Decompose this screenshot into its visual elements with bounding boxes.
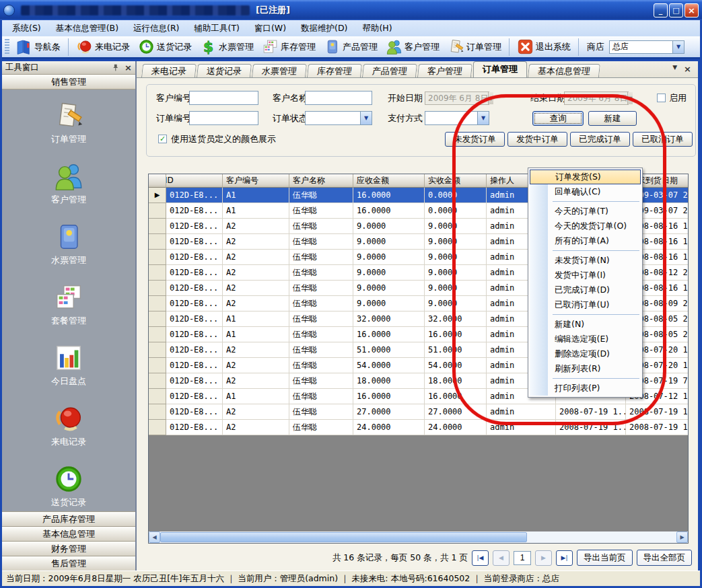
context-menu-item[interactable]: 打印列表(P)	[530, 381, 641, 396]
tab-close-icon[interactable]: ×	[684, 64, 691, 74]
sidebar-item[interactable]: 套餐管理	[2, 277, 135, 337]
tab[interactable]: 客户管理	[417, 64, 472, 77]
context-menu-item[interactable]: 订单发货(S)	[530, 170, 641, 184]
cell-customer-no: A2	[223, 358, 289, 373]
export-current-button[interactable]: 导出当前页	[577, 550, 633, 566]
context-menu-item[interactable]: 回单确认(C)	[530, 184, 641, 199]
context-menu-item[interactable]: 新建(N)	[530, 317, 641, 332]
status-filter-button[interactable]: 已取消订单	[633, 132, 693, 147]
scroll-thumb[interactable]	[160, 532, 527, 542]
prev-page-button[interactable]: ◀	[493, 550, 510, 566]
exit-toolbar-button[interactable]: 退出系统	[514, 37, 574, 57]
context-menu-item[interactable]	[530, 199, 641, 204]
context-menu-item[interactable]: 今天的订单(T)	[530, 204, 641, 219]
sidebar-bottom-section[interactable]: 财务管理	[2, 541, 135, 556]
tab[interactable]: 水票管理	[252, 64, 307, 77]
sidebar-item[interactable]: 来电记录	[2, 398, 135, 458]
sidebar-item[interactable]: 订单管理	[2, 95, 135, 155]
export-all-button[interactable]: 导出全部页	[637, 550, 693, 566]
scroll-left-button[interactable]: ◀	[149, 531, 160, 543]
menu-item[interactable]: 辅助工具(T)	[187, 20, 247, 36]
last-page-button[interactable]: ▶|	[556, 550, 573, 566]
context-menu-item[interactable]: 编辑选定项(E)	[530, 332, 641, 346]
pin-icon[interactable]	[111, 63, 120, 72]
status-filter-button[interactable]: 未发货订单	[445, 132, 505, 147]
context-menu-item[interactable]: 发货中订单(I)	[530, 268, 641, 283]
toolbar-button[interactable]: 水票管理	[197, 37, 257, 57]
close-button[interactable]: ×	[685, 3, 699, 17]
tab[interactable]: 库存管理	[307, 64, 362, 77]
row-selector-cell	[149, 373, 166, 389]
shop-combobox[interactable]: 总店 ▼	[609, 40, 685, 54]
start-date-picker[interactable]: 2009年 6月 8日 ▼	[425, 91, 489, 105]
nav-toolbar-button[interactable]: 导航条	[12, 37, 64, 57]
tool-window-close-icon[interactable]: ×	[125, 63, 132, 73]
toolbar-button[interactable]: 来电记录	[73, 37, 133, 57]
tab[interactable]: 产品管理	[362, 64, 417, 77]
page-input[interactable]	[514, 551, 531, 565]
table-row[interactable]: 012D-E8... A2 伍华聪 24.0000 24.0000 admin …	[149, 420, 688, 435]
toolbar-button[interactable]: 产品管理	[320, 37, 381, 57]
menu-item[interactable]: 基本信息管理(B)	[48, 20, 126, 36]
context-menu-item[interactable]	[530, 376, 641, 381]
toolbar-drag-handle[interactable]	[5, 39, 9, 55]
header-cell-received[interactable]: 实收金额	[425, 174, 487, 188]
next-page-button[interactable]: ▶	[535, 550, 552, 566]
menu-item[interactable]: 数据维护(D)	[293, 20, 355, 36]
context-menu-item[interactable]	[530, 248, 641, 253]
context-menu-item[interactable]: 已完成订单(D)	[530, 283, 641, 297]
tab[interactable]: 基本信息管理	[528, 64, 600, 77]
sidebar-item[interactable]: 送货记录	[2, 458, 135, 519]
context-menu-item[interactable]: 所有的订单(A)	[530, 233, 641, 248]
context-menu-item[interactable]: 删除选定项(D)	[530, 346, 641, 361]
context-menu-item[interactable]: 今天的发货订单(O)	[530, 219, 641, 233]
row-selector-cell	[149, 234, 166, 250]
context-menu-item[interactable]: 已取消订单(U)	[530, 297, 641, 312]
menu-item[interactable]: 窗口(W)	[247, 20, 293, 36]
status-filter-button[interactable]: 发货中订单	[507, 132, 567, 147]
query-button[interactable]: 查询	[532, 111, 584, 126]
header-cell-receivable[interactable]: 应收金额	[353, 174, 425, 188]
context-menu-item[interactable]	[530, 312, 641, 317]
order-no-input[interactable]	[189, 111, 258, 125]
toolbar-button[interactable]: 库存管理	[258, 37, 319, 57]
toolbar-button[interactable]: 客户管理	[382, 37, 443, 57]
menu-item[interactable]: 运行信息(R)	[126, 20, 186, 36]
sidebar-bottom-section[interactable]: 产品库存管理	[2, 511, 135, 526]
sidebar-bottom-section[interactable]: 售后管理	[2, 556, 135, 571]
new-button[interactable]: 新建	[588, 111, 637, 126]
pay-method-select[interactable]: ▼	[425, 111, 489, 125]
sidebar-section-title[interactable]: 销售管理	[2, 75, 135, 89]
sidebar-item[interactable]: 今日盘点	[2, 337, 135, 398]
customer-no-input[interactable]	[189, 91, 258, 105]
color-checkbox[interactable]: ✓	[158, 135, 167, 143]
context-menu-item[interactable]: 未发货订单(N)	[530, 253, 641, 268]
customer-name-input[interactable]	[305, 91, 372, 105]
tab-list-dropdown-icon[interactable]: ▼	[672, 64, 677, 74]
context-menu-item[interactable]: 刷新列表(R)	[530, 361, 641, 376]
scroll-right-button[interactable]: ▶	[676, 531, 688, 543]
status-filter-button[interactable]: 已完成订单	[570, 132, 630, 147]
order-status-select[interactable]: ▼	[305, 111, 372, 125]
header-cell-customer-no[interactable]: 客户编号	[223, 174, 289, 188]
sidebar-bottom-section[interactable]: 基本信息管理	[2, 526, 135, 541]
header-cell-id[interactable]: ID	[166, 174, 223, 188]
sidebar-item[interactable]: 水票管理	[2, 216, 135, 277]
minimize-button[interactable]: _	[654, 3, 668, 17]
maximize-button[interactable]: □	[669, 3, 683, 17]
toolbar-button[interactable]: 送货记录	[135, 37, 195, 57]
sidebar-item[interactable]: 客户管理	[2, 155, 135, 216]
horizontal-scrollbar[interactable]: ◀ ▶	[149, 531, 688, 543]
enable-checkbox[interactable]	[657, 94, 666, 102]
menu-item[interactable]: 系统(S)	[5, 20, 48, 36]
menu-item[interactable]: 帮助(H)	[355, 20, 399, 36]
tab[interactable]: 送货记录	[197, 64, 252, 77]
tab[interactable]: 订单管理	[473, 61, 527, 77]
toolbar-button[interactable]: 订单管理	[444, 37, 505, 57]
table-row[interactable]: 012D-E8... A2 伍华聪 27.0000 27.0000 admin …	[149, 404, 688, 420]
header-cell-customer-name[interactable]: 客户名称	[289, 174, 353, 188]
sidebar-item-label: 客户管理	[51, 194, 86, 206]
end-date-picker[interactable]: 2009年 6月 8日 ▼	[564, 91, 629, 105]
first-page-button[interactable]: |◀	[472, 550, 489, 566]
tab[interactable]: 来电记录	[141, 64, 197, 77]
